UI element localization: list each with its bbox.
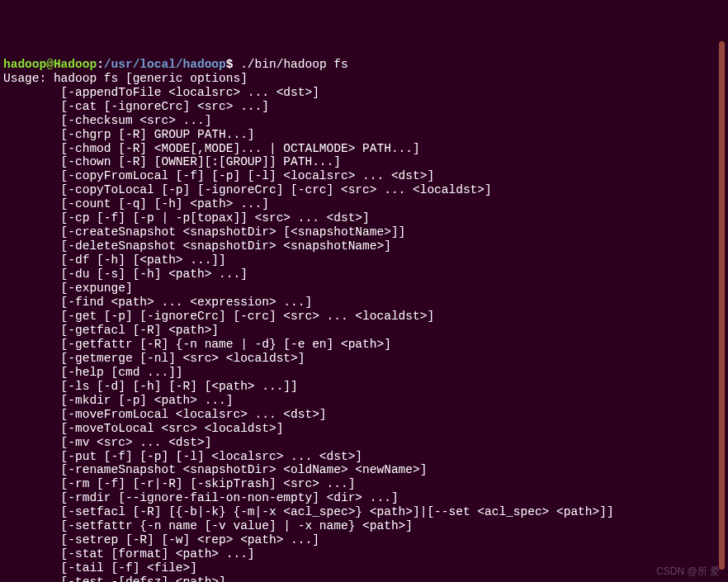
watermark: CSDN @所 爱 xyxy=(656,565,720,577)
usage-line: Usage: hadoop fs [generic options] xyxy=(3,72,248,85)
command-list: [-appendToFile <localsrc> ... <dst>] [-c… xyxy=(3,86,725,582)
scrollbar[interactable] xyxy=(719,41,725,570)
command-text: ./bin/hadoop fs xyxy=(240,58,348,71)
prompt-separator: : xyxy=(97,58,104,71)
prompt-user-host: hadoop@Hadoop xyxy=(3,58,97,71)
prompt-dollar: $ xyxy=(226,58,240,71)
prompt-path: /usr/local/hadoop xyxy=(104,58,226,71)
terminal-output[interactable]: hadoop@Hadoop:/usr/local/hadoop$ ./bin/h… xyxy=(3,58,725,582)
